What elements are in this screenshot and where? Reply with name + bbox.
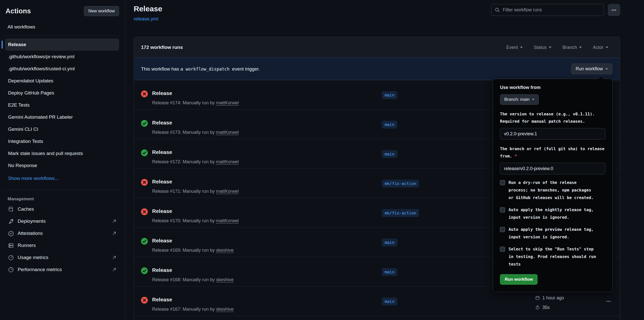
run-description: Release #174: Manually run by mattKorwel (152, 100, 239, 106)
run-title-link[interactable]: Release (152, 267, 172, 273)
branch-badge[interactable]: mk/fix-action (382, 180, 419, 187)
ref-input[interactable] (500, 163, 605, 174)
sidebar-divider (4, 190, 121, 190)
goal-icon (8, 267, 14, 273)
run-title-link[interactable]: Release (152, 90, 172, 96)
run-time: 1 hour ago (542, 295, 564, 301)
run-description: Release #167: Manually run by skeshive (152, 307, 234, 312)
management-item-usage-metrics[interactable]: Usage metrics (6, 251, 119, 264)
checkbox[interactable] (500, 227, 505, 232)
required-asterisk: * (515, 154, 517, 158)
actor-link[interactable]: mattKorwel (216, 100, 239, 105)
management-item-caches[interactable]: Caches (6, 203, 119, 215)
success-icon (141, 267, 148, 274)
branch-badge[interactable]: main (382, 268, 397, 276)
run-description: Release #169: Manually run by skeshive (152, 248, 234, 253)
banner-code: workflow_dispatch (186, 67, 230, 72)
checkbox-row: Run a dry-run of the release process; no… (500, 179, 605, 202)
sidebar-item-mark-stale-issues-and-pull-requests[interactable]: Mark stale issues and pull requests (5, 147, 119, 159)
checkbox[interactable] (500, 247, 505, 252)
run-meta: 1 hour ago35s (535, 294, 564, 311)
version-input[interactable] (500, 128, 605, 140)
run-title-link[interactable]: Release (152, 149, 172, 155)
workflow-dispatch-banner: This workflow has a workflow_dispatch ev… (134, 58, 620, 80)
chevron-down-icon (520, 47, 523, 48)
checkbox-label: Auto apply the nightly release tag, inpu… (509, 206, 598, 221)
management-item-performance-metrics[interactable]: Performance metrics (6, 264, 119, 276)
checkbox-label: Auto apply the preview release tag, inpu… (509, 226, 598, 241)
success-icon (141, 238, 148, 245)
branch-badge[interactable]: main (382, 298, 397, 305)
chevron-down-icon (606, 47, 608, 48)
checkbox[interactable] (500, 180, 505, 185)
chevron-down-icon (549, 47, 551, 48)
meter-icon (8, 255, 14, 261)
run-description: Release #171: Manually run by mattKorwel (152, 189, 239, 194)
run-title-link[interactable]: Release (152, 208, 172, 214)
filter-dropdown-actor[interactable]: Actor (593, 45, 608, 50)
search-input[interactable] (503, 7, 600, 13)
workflow-list: Release .github/workflows/pr-review.yml … (6, 39, 119, 172)
run-options-kebab-button[interactable] (605, 298, 612, 305)
run-workflow-dropdown-button[interactable]: Run workflow (571, 63, 612, 74)
sidebar-item-no-response[interactable]: No Response (5, 159, 119, 172)
actor-link[interactable]: mattKorwel (216, 189, 239, 194)
stopwatch-icon (535, 305, 540, 310)
popover-title: Use workflow from (500, 85, 605, 90)
failure-icon (141, 179, 148, 186)
branch-badge[interactable]: main (382, 91, 397, 99)
actor-link[interactable]: mattKorwel (216, 218, 239, 223)
actor-link[interactable]: skeshive (216, 248, 234, 253)
sidebar-item--github-workflows-trusted-ci-yml[interactable]: .github/workflows/trusted-ci.yml (5, 63, 119, 75)
sidebar-item--github-workflows-pr-review-yml[interactable]: .github/workflows/pr-review.yml (5, 51, 119, 63)
filter-dropdown-status[interactable]: Status (534, 45, 551, 50)
sidebar-item-release[interactable]: Release (5, 39, 119, 51)
management-item-runners[interactable]: Runners (6, 239, 119, 251)
success-icon (141, 120, 148, 127)
branch-badge[interactable]: main (382, 121, 397, 129)
run-title-link[interactable]: Release (152, 179, 172, 185)
run-title-link[interactable]: Release (152, 297, 172, 303)
ref-input-description: The branch or ref (full git sha) to rele… (500, 145, 605, 160)
checkbox-label: Run a dry-run of the release process; no… (509, 179, 598, 202)
verified-icon (8, 231, 14, 236)
filter-workflow-runs-searchbox[interactable] (491, 4, 604, 16)
failure-icon (141, 90, 148, 97)
actor-link[interactable]: mattKorwel (216, 159, 239, 164)
management-item-attestations[interactable]: Attestations (6, 227, 119, 239)
sidebar-item-all-workflows[interactable]: All workflows (8, 24, 119, 30)
run-title-link[interactable]: Release (152, 120, 172, 126)
run-description: Release #173: Manually run by mattKorwel (152, 130, 239, 135)
option-checkboxes: Run a dry-run of the release process; no… (500, 179, 605, 268)
actor-link[interactable]: mattKorwel (216, 130, 239, 135)
filter-dropdown-branch[interactable]: Branch (563, 45, 582, 50)
run-workflow-submit-button[interactable]: Run workflow (500, 274, 538, 285)
filter-dropdown-event[interactable]: Event (506, 45, 523, 50)
new-workflow-button[interactable]: New workflow (84, 6, 119, 16)
sidebar-item-gemini-cli-ci[interactable]: Gemini CLI CI (5, 123, 119, 135)
sidebar-item-dependabot-updates[interactable]: Dependabot Updates (5, 75, 119, 87)
actor-link[interactable]: skeshive (216, 307, 234, 312)
banner-text: This workflow has a (141, 66, 183, 72)
workflow-file-link[interactable]: release.yml (134, 16, 158, 22)
branch-select-button[interactable]: Branch: main (500, 94, 539, 105)
branch-badge[interactable]: mk/fix-action (382, 209, 419, 217)
workflow-options-kebab-button[interactable] (608, 4, 620, 16)
sidebar-item-deploy-github-pages[interactable]: Deploy GitHub Pages (5, 87, 119, 99)
actor-link[interactable]: skeshive (216, 277, 234, 282)
external-link-arrow-icon (112, 267, 117, 272)
run-title-link[interactable]: Release (152, 238, 172, 244)
show-more-workflows-link[interactable]: Show more workflows... (8, 173, 119, 184)
kebab-horizontal-icon (611, 8, 617, 13)
sidebar-item-integration-tests[interactable]: Integration Tests (5, 135, 119, 147)
management-item-deployments[interactable]: Deployments (6, 215, 119, 227)
sidebar-item-gemini-automated-pr-labeler[interactable]: Gemini Automated PR Labeler (5, 111, 119, 123)
cache-icon (8, 206, 14, 212)
checkbox-row: Select to skip the "Run Tests" step in t… (500, 245, 605, 268)
branch-badge[interactable]: main (382, 150, 397, 158)
checkbox-row: Auto apply the preview release tag, inpu… (500, 226, 605, 241)
sidebar-item-e2e-tests[interactable]: E2E Tests (5, 99, 119, 111)
failure-icon (141, 297, 148, 304)
checkbox[interactable] (500, 207, 505, 212)
branch-badge[interactable]: main (382, 239, 397, 246)
